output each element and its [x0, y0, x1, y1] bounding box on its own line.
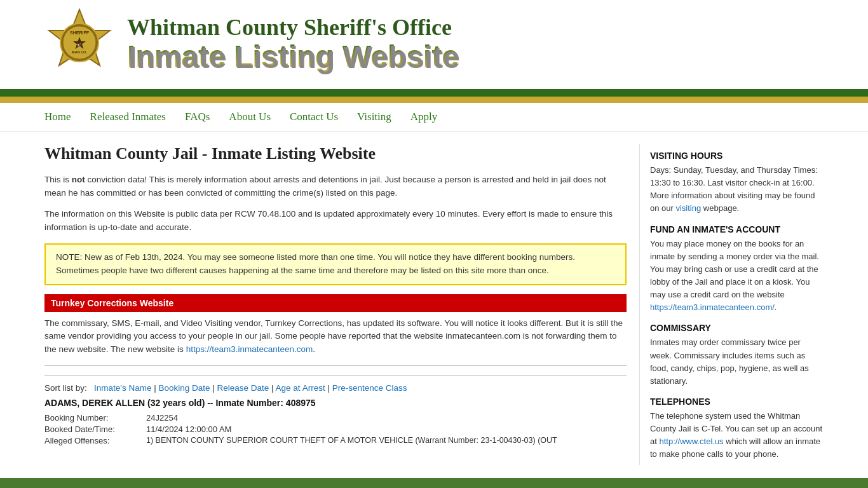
- note-box: NOTE: New as of Feb 13th, 2024. You may …: [44, 243, 627, 285]
- nav-about-us[interactable]: About Us: [229, 111, 271, 123]
- sort-age-at-arrest[interactable]: Age at Arrest: [276, 383, 325, 393]
- inmate-header: ADAMS, DEREK ALLEN (32 years old) -- Inm…: [44, 398, 627, 408]
- sidebar-fund-text: You may place money on the books for an …: [650, 238, 824, 315]
- nav-visiting[interactable]: Visiting: [357, 111, 391, 123]
- sidebar-visiting-hours-title: VISITING HOURS: [650, 151, 824, 161]
- page-title: Whitman County Jail - Inmate Listing Web…: [44, 144, 627, 163]
- sort-booking-date[interactable]: Booking Date: [158, 383, 210, 393]
- site-subtitle: Inmate Listing Website: [127, 40, 459, 74]
- header-banner: [0, 89, 868, 103]
- inmate-label-booked-date: Booked Date/Time:: [44, 424, 146, 434]
- nav-faqs[interactable]: FAQs: [185, 111, 210, 123]
- disclaimer-1: This is not conviction data! This is mer…: [44, 173, 627, 200]
- sheriff-badge: SHERIFF MAN CO. 🦅: [44, 6, 114, 83]
- nav-apply[interactable]: Apply: [410, 111, 438, 123]
- site-title-top: Whitman County Sheriff's Office: [127, 15, 459, 41]
- table-row: Booked Date/Time: 11/4/2024 12:00:00 AM: [44, 424, 627, 434]
- visiting-link[interactable]: visiting: [675, 203, 701, 213]
- nav-released-inmates[interactable]: Released Inmates: [90, 111, 166, 123]
- turnkey-desc: The commissary, SMS, E-mail, and Video V…: [44, 317, 627, 357]
- sidebar-fund-title: FUND AN INMATE'S ACCOUNT: [650, 224, 824, 234]
- table-row: Alleged Offenses: 1) BENTON COUNTY SUPER…: [44, 436, 627, 445]
- svg-text:SHERIFF: SHERIFF: [70, 30, 90, 35]
- sort-pre-sentence[interactable]: Pre-sentence Class: [332, 383, 407, 393]
- turnkey-bar[interactable]: Turnkey Corrections Website: [44, 294, 627, 312]
- sort-bar: Sort list by: Inmate's Name | Booking Da…: [44, 375, 627, 393]
- inmate-label-booking: Booking Number:: [44, 413, 146, 423]
- svg-text:🦅: 🦅: [76, 41, 83, 48]
- nav-bar: Home Released Inmates FAQs About Us Cont…: [0, 103, 868, 132]
- inmate-label-offenses: Alleged Offenses:: [44, 436, 146, 445]
- inmate-value-offenses: 1) BENTON COUNTY SUPERIOR COURT THEFT OF…: [146, 436, 557, 445]
- svg-text:MAN CO.: MAN CO.: [72, 50, 87, 54]
- sort-inmate-name[interactable]: Inmate's Name: [94, 383, 151, 393]
- turnkey-link[interactable]: https://team3.inmatecanteen.com: [186, 344, 313, 354]
- nav-contact-us[interactable]: Contact Us: [290, 111, 338, 123]
- ctel-link[interactable]: http://www.ctel.us: [659, 437, 723, 446]
- sidebar-telephones-text: The telephone system used the Whitman Co…: [650, 410, 824, 461]
- inmate-value-booked-date: 11/4/2024 12:00:00 AM: [146, 424, 231, 434]
- fund-link[interactable]: https://team3.inmatecanteen.com/: [650, 302, 775, 312]
- sort-release-date[interactable]: Release Date: [217, 383, 269, 393]
- table-row: Booking Number: 24J2254: [44, 413, 627, 423]
- sidebar: VISITING HOURS Days: Sunday, Tuesday, an…: [639, 144, 824, 465]
- inmate-value-booking: 24J2254: [146, 413, 178, 423]
- sidebar-visiting-hours-text: Days: Sunday, Tuesday, and Thursday Time…: [650, 164, 824, 215]
- disclaimer-2: The information on this Website is publi…: [44, 208, 627, 234]
- nav-home[interactable]: Home: [44, 111, 71, 123]
- main-content: Whitman County Jail - Inmate Listing Web…: [44, 144, 627, 465]
- sidebar-commissary-title: COMMISSARY: [650, 323, 824, 333]
- sidebar-commissary-text: Inmates may order commissary twice per w…: [650, 336, 824, 388]
- sidebar-telephones-title: TELEPHONES: [650, 396, 824, 407]
